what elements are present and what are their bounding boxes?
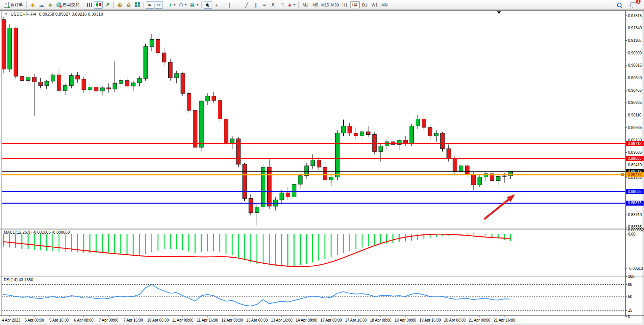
bar-chart-button[interactable] <box>85 1 94 9</box>
candle[interactable] <box>137 78 142 83</box>
candle[interactable] <box>181 73 185 93</box>
candle[interactable] <box>100 88 105 91</box>
chart-area[interactable]: MACD(12,26,9) -0.001065 -0.000668RSI(14)… <box>0 10 644 325</box>
candle[interactable] <box>323 167 327 180</box>
timeframe-h4-button[interactable]: H4 <box>350 1 360 8</box>
symbol-dropdown-icon[interactable]: ▼ <box>5 13 8 16</box>
candle[interactable] <box>26 77 30 80</box>
timeframe-m1-button[interactable]: M1 <box>301 1 310 8</box>
candle[interactable] <box>94 87 99 91</box>
candle[interactable] <box>38 82 43 85</box>
new-order-button[interactable]: 新订单 <box>2 1 24 9</box>
candle-chart-button[interactable] <box>94 1 103 9</box>
candle[interactable] <box>354 133 358 136</box>
candle[interactable] <box>187 93 191 110</box>
candle[interactable] <box>45 81 49 86</box>
candle[interactable] <box>82 79 86 90</box>
candle[interactable] <box>280 193 284 200</box>
timeframe-m15-button[interactable]: M15 <box>320 1 330 8</box>
candle[interactable] <box>14 28 18 76</box>
candle[interactable] <box>212 96 216 100</box>
candle[interactable] <box>249 198 253 212</box>
candle[interactable] <box>206 96 210 101</box>
candle[interactable] <box>175 73 179 78</box>
candle[interactable] <box>2 19 6 69</box>
candle[interactable] <box>268 167 272 206</box>
candle[interactable] <box>465 166 470 174</box>
candle[interactable] <box>496 177 501 181</box>
chart-wizard-button[interactable]: ◆ <box>29 1 37 9</box>
channel-button[interactable]: ∥ <box>251 1 260 9</box>
chart-shift-button[interactable]: ↦ <box>155 1 163 9</box>
zoom-in-button[interactable]: ⊕ <box>116 1 124 9</box>
candle[interactable] <box>416 119 420 126</box>
candle[interactable] <box>255 207 259 213</box>
timeframe-mn-button[interactable]: MN <box>380 1 389 8</box>
zoom-out-button[interactable]: ⊖ <box>124 1 133 9</box>
publish-button[interactable]: ☁ <box>37 1 46 9</box>
candle[interactable] <box>329 177 333 180</box>
crosshair-button[interactable]: + <box>212 1 221 9</box>
candle[interactable] <box>292 184 296 197</box>
timeframe-w1-button[interactable]: W1 <box>370 1 379 8</box>
candle[interactable] <box>150 40 154 47</box>
candle[interactable] <box>63 86 67 91</box>
tile-windows-button[interactable] <box>133 1 142 9</box>
candle[interactable] <box>434 133 438 136</box>
candle[interactable] <box>70 76 74 86</box>
entry-price-line-handle[interactable] <box>622 174 624 176</box>
signals-button[interactable]: ◉ <box>46 1 54 9</box>
candle[interactable] <box>403 140 408 143</box>
candle[interactable] <box>131 83 135 86</box>
candle[interactable] <box>441 133 445 149</box>
trendline-button[interactable]: ╱ <box>242 1 251 9</box>
candle[interactable] <box>379 146 383 151</box>
chat-button[interactable]: 1 <box>629 1 638 9</box>
candle[interactable] <box>199 101 204 147</box>
candle[interactable] <box>311 160 315 166</box>
candle[interactable] <box>298 176 303 184</box>
candle[interactable] <box>502 176 507 176</box>
periods-button[interactable]: ◷▾ <box>177 1 188 9</box>
candle[interactable] <box>261 167 265 207</box>
vertical-line-button[interactable]: | <box>225 1 233 9</box>
candle[interactable] <box>317 160 321 167</box>
candle[interactable] <box>391 142 395 144</box>
candle[interactable] <box>51 75 55 81</box>
candle[interactable] <box>484 174 488 177</box>
candle[interactable] <box>422 119 426 127</box>
candle[interactable] <box>144 46 148 78</box>
timeframe-m30-button[interactable]: M30 <box>330 1 340 8</box>
candle[interactable] <box>32 77 37 82</box>
candle[interactable] <box>20 76 24 81</box>
chart-canvas[interactable]: MACD(12,26,9) -0.001065 -0.000668RSI(14)… <box>0 10 644 325</box>
candle[interactable] <box>410 126 414 143</box>
candle[interactable] <box>335 133 340 177</box>
candle[interactable] <box>453 159 457 172</box>
candle[interactable] <box>156 40 160 53</box>
candle[interactable] <box>218 100 222 119</box>
horizontal-line-button[interactable]: ─ <box>234 1 242 9</box>
candle[interactable] <box>243 164 247 199</box>
candle[interactable] <box>169 62 173 78</box>
candle[interactable] <box>230 139 234 143</box>
templates-button[interactable]: ▦▾ <box>188 1 199 9</box>
arrows-button[interactable]: ◈▾ <box>286 1 296 9</box>
indicators-button[interactable]: +▾ <box>167 1 177 9</box>
auto-scroll-button[interactable]: ▶ <box>146 1 154 9</box>
candle[interactable] <box>162 53 166 62</box>
cursor-button[interactable] <box>204 1 212 9</box>
label-button[interactable]: T <box>277 1 286 9</box>
candle[interactable] <box>428 127 432 136</box>
candle[interactable] <box>125 81 129 86</box>
candle[interactable] <box>193 110 198 147</box>
candle[interactable] <box>478 177 482 185</box>
candle[interactable] <box>342 126 346 133</box>
candle[interactable] <box>360 132 364 136</box>
candle[interactable] <box>348 126 352 133</box>
candle[interactable] <box>76 76 80 79</box>
candle[interactable] <box>57 75 61 91</box>
candle[interactable] <box>472 174 476 185</box>
candle[interactable] <box>119 81 123 83</box>
candle[interactable] <box>367 132 371 134</box>
